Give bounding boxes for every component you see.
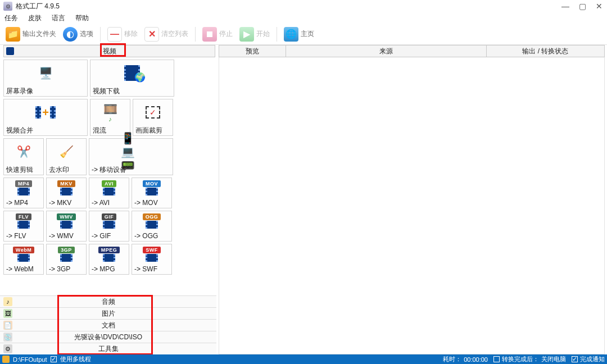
tab-video[interactable]: 视频 <box>3 45 215 57</box>
multithread-checkbox[interactable] <box>51 356 57 362</box>
options-button[interactable]: ◐ 选项 <box>61 26 96 43</box>
window-title: 格式工厂 4.9.5 <box>16 2 60 11</box>
home-label: 主页 <box>301 29 314 39</box>
mkv-format-icon: MKV <box>57 180 75 187</box>
tile-mux[interactable]: 🎞️♪ 混流 <box>90 99 130 136</box>
tile-crop[interactable]: ✓ 画面裁剪 <box>133 99 173 136</box>
menu-skin[interactable]: 皮肤 <box>28 13 42 23</box>
task-list-header: 预览 来源 输出 / 转换状态 <box>219 45 605 57</box>
tile-label: -> SWF <box>132 264 171 274</box>
tile-remove-watermark[interactable]: 🧹 去水印 <box>46 138 87 175</box>
tile-video-download[interactable]: 🌍 视频下载 <box>90 60 174 97</box>
col-preview[interactable]: 预览 <box>219 45 286 57</box>
app-icon: ⚙ <box>3 2 12 11</box>
remove-watermark-icon: 🧹 <box>56 143 76 160</box>
menu-help[interactable]: 帮助 <box>75 13 89 23</box>
clear-icon <box>144 27 159 42</box>
audio-icon: ♪ <box>3 297 12 306</box>
mpg-format-icon: MPEG <box>98 247 120 253</box>
merge-icon: + <box>35 104 56 121</box>
minimize-button[interactable]: — <box>561 2 570 11</box>
elapsed-value: 00:00:00 <box>464 356 488 363</box>
doc-icon: 📄 <box>3 321 12 330</box>
tile-3gp[interactable]: 3GP-> 3GP <box>46 244 87 275</box>
tile-quick-cut[interactable]: ✂️ 快速剪辑 <box>3 138 44 175</box>
tile-webm[interactable]: WebM-> WebM <box>3 244 44 275</box>
mobile-icon: 📱💻📟 <box>121 143 141 160</box>
separator <box>277 27 277 42</box>
separator <box>195 27 196 42</box>
tile-label: -> GIF <box>89 231 129 241</box>
start-button[interactable]: ▶ 开始 <box>237 26 272 43</box>
tile-ogg[interactable]: OGG-> OGG <box>132 211 172 242</box>
tile-avi[interactable]: AVI-> AVI <box>89 178 129 208</box>
tile-screen-record[interactable]: 🖥️ 屏幕录像 <box>3 60 88 97</box>
clear-button[interactable]: 清空列表 <box>142 26 191 43</box>
elapsed-label: 耗时： <box>443 355 461 363</box>
maximize-button[interactable]: ▢ <box>578 2 587 11</box>
tile-label: -> 3GP <box>47 264 86 274</box>
disc-icon: 💿 <box>3 333 12 342</box>
tile-label: 视频下载 <box>90 86 174 96</box>
output-path[interactable]: D:\FFOutput <box>13 356 47 363</box>
quick-cut-icon: ✂️ <box>13 143 34 160</box>
tile-mobile[interactable]: 📱💻📟 -> 移动设备 <box>89 138 173 175</box>
tile-video-merge[interactable]: + 视频合并 <box>3 99 88 136</box>
col-source[interactable]: 来源 <box>286 45 487 57</box>
after-convert-value: 关闭电脑 <box>541 355 566 363</box>
ogg-format-icon: OGG <box>143 213 161 220</box>
status-folder-icon[interactable] <box>2 356 10 363</box>
stop-icon: ⏹ <box>202 27 217 42</box>
after-convert-label: 转换完成后： <box>502 355 539 363</box>
video-download-icon: 🌍 <box>122 65 142 81</box>
notify-checkbox[interactable] <box>572 356 578 362</box>
start-label: 开始 <box>256 29 270 39</box>
avi-format-icon: AVI <box>102 180 116 187</box>
tile-gif[interactable]: GIF-> GIF <box>89 211 129 242</box>
task-list-body[interactable] <box>219 57 605 354</box>
home-button[interactable]: 🌐 主页 <box>282 26 316 43</box>
tile-label: 视频合并 <box>4 125 87 135</box>
tile-label: -> MP4 <box>4 198 43 208</box>
wmv-format-icon: WMV <box>57 213 76 220</box>
remove-button[interactable]: 移除 <box>105 26 140 43</box>
tile-label: 快速剪辑 <box>4 165 43 175</box>
options-icon: ◐ <box>63 27 78 42</box>
home-icon: 🌐 <box>284 27 298 42</box>
tile-label: 屏幕录像 <box>4 86 87 96</box>
crop-icon: ✓ <box>146 106 160 119</box>
3gp-format-icon: 3GP <box>58 247 75 253</box>
close-button[interactable]: ✕ <box>595 2 604 11</box>
tile-label: 去水印 <box>47 165 86 175</box>
tile-mp4[interactable]: MP4-> MP4 <box>3 178 44 208</box>
menu-bar: 任务 皮肤 语言 帮助 <box>0 12 607 24</box>
toolbar: 📁 输出文件夹 ◐ 选项 移除 清空列表 ⏹ 停止 ▶ 开始 🌐 主页 <box>0 24 607 45</box>
menu-task[interactable]: 任务 <box>4 13 18 23</box>
mp4-format-icon: MP4 <box>15 180 32 187</box>
tile-label: -> FLV <box>4 231 43 241</box>
gif-format-icon: GIF <box>102 213 117 220</box>
tile-flv[interactable]: FLV-> FLV <box>3 211 44 242</box>
col-status[interactable]: 输出 / 转换状态 <box>487 45 605 57</box>
remove-icon <box>107 27 122 42</box>
output-folder-label: 输出文件夹 <box>22 29 56 39</box>
tile-mkv[interactable]: MKV-> MKV <box>46 178 87 208</box>
menu-lang[interactable]: 语言 <box>52 13 65 23</box>
stop-button[interactable]: ⏹ 停止 <box>200 26 235 43</box>
tile-mov[interactable]: MOV-> MOV <box>132 178 172 208</box>
output-folder-button[interactable]: 📁 输出文件夹 <box>3 26 58 43</box>
after-convert-checkbox[interactable] <box>493 356 500 362</box>
tile-label: -> AVI <box>89 198 129 208</box>
status-bar: D:\FFOutput 使用多线程 耗时： 00:00:00 转换完成后： 关闭… <box>0 354 607 364</box>
tile-label: -> WMV <box>47 231 86 241</box>
tile-wmv[interactable]: WMV-> WMV <box>46 211 87 242</box>
category-list: ♪音频 🖼图片 📄文档 💿光驱设备\DVD\CD\ISO ⚙工具集 <box>0 295 216 354</box>
multithread-label: 使用多线程 <box>60 355 91 363</box>
tile-label: -> MOV <box>132 198 171 208</box>
tile-mpg[interactable]: MPEG-> MPG <box>89 244 129 275</box>
highlight-box <box>100 43 126 57</box>
tile-swf[interactable]: SWF-> SWF <box>132 244 172 275</box>
flv-format-icon: FLV <box>16 213 31 220</box>
webm-format-icon: WebM <box>13 247 34 253</box>
video-tab-icon <box>6 47 14 55</box>
